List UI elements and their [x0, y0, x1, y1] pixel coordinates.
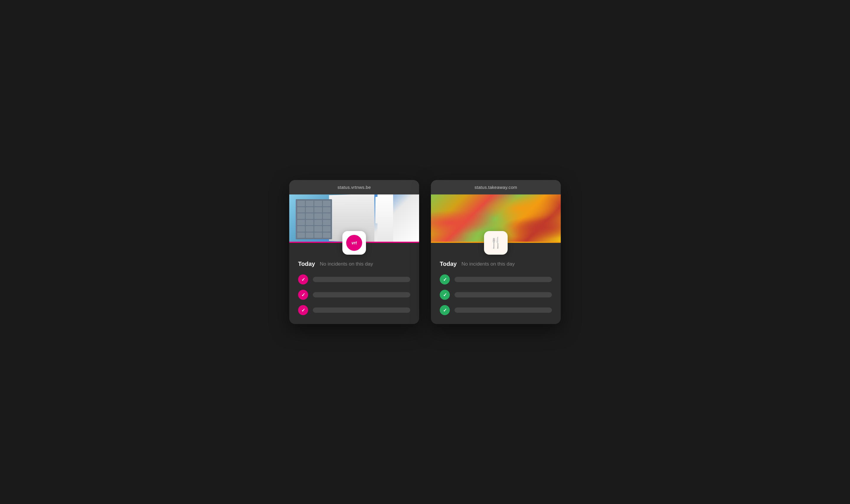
vrt-url-bar: status.vrtnws.be — [289, 180, 419, 195]
takeaway-url: status.takeaway.com — [475, 185, 518, 190]
vrt-status-bar-1 — [313, 277, 410, 282]
takeaway-check-icon-1: ✓ — [443, 277, 447, 282]
takeaway-status-bar-1 — [454, 277, 552, 282]
takeaway-today-status: No incidents on this day — [461, 261, 515, 267]
cards-container: status.vrtnws.be — [289, 180, 561, 324]
vrt-check-circle-2: ✓ — [298, 290, 308, 300]
takeaway-status-item-2: ✓ — [440, 290, 552, 300]
vrt-today-status: No incidents on this day — [320, 261, 373, 267]
vrt-status-item-3: ✓ — [298, 305, 410, 315]
vrt-today-row: Today No incidents on this day — [298, 260, 410, 267]
vrt-check-icon-3: ✓ — [301, 307, 305, 313]
takeaway-check-icon-2: ✓ — [443, 292, 447, 298]
vrt-logo-text: vrt — [351, 240, 357, 245]
takeaway-status-item-1: ✓ — [440, 274, 552, 285]
vrt-check-circle-3: ✓ — [298, 305, 308, 315]
takeaway-card: status.takeaway.com 🍴 Today No incidents… — [431, 180, 561, 324]
takeaway-check-circle-2: ✓ — [440, 290, 450, 300]
vrt-card-content: Today No incidents on this day ✓ ✓ — [289, 260, 419, 324]
vrt-logo: vrt — [346, 235, 362, 251]
vrt-today-label: Today — [298, 260, 315, 267]
takeaway-check-icon-3: ✓ — [443, 307, 447, 313]
vrt-status-item-2: ✓ — [298, 290, 410, 300]
vrt-status-item-1: ✓ — [298, 274, 410, 285]
vrt-card: status.vrtnws.be — [289, 180, 419, 324]
vrt-url: status.vrtnws.be — [337, 185, 371, 190]
takeaway-logo-box: 🍴 — [484, 231, 508, 255]
takeaway-status-item-3: ✓ — [440, 305, 552, 315]
takeaway-logo-icon: 🍴 — [489, 237, 503, 249]
vrt-status-bar-2 — [313, 292, 410, 298]
takeaway-logo-area: 🍴 — [431, 231, 561, 255]
vrt-status-items: ✓ ✓ ✓ — [298, 274, 410, 315]
vrt-status-bar-3 — [313, 307, 410, 313]
takeaway-status-bar-3 — [454, 307, 552, 313]
vrt-logo-box: vrt — [342, 231, 366, 255]
takeaway-card-content: Today No incidents on this day ✓ ✓ — [431, 260, 561, 324]
vrt-check-icon-1: ✓ — [301, 277, 305, 282]
takeaway-today-row: Today No incidents on this day — [440, 260, 552, 267]
vrt-check-circle-1: ✓ — [298, 274, 308, 285]
vrt-flag: vrt — [375, 197, 393, 223]
takeaway-status-bar-2 — [454, 292, 552, 298]
takeaway-check-circle-3: ✓ — [440, 305, 450, 315]
takeaway-today-label: Today — [440, 260, 456, 267]
vrt-check-icon-2: ✓ — [301, 292, 305, 298]
takeaway-url-bar: status.takeaway.com — [431, 180, 561, 195]
takeaway-status-items: ✓ ✓ ✓ — [440, 274, 552, 315]
takeaway-check-circle-1: ✓ — [440, 274, 450, 285]
vrt-logo-area: vrt — [289, 231, 419, 255]
